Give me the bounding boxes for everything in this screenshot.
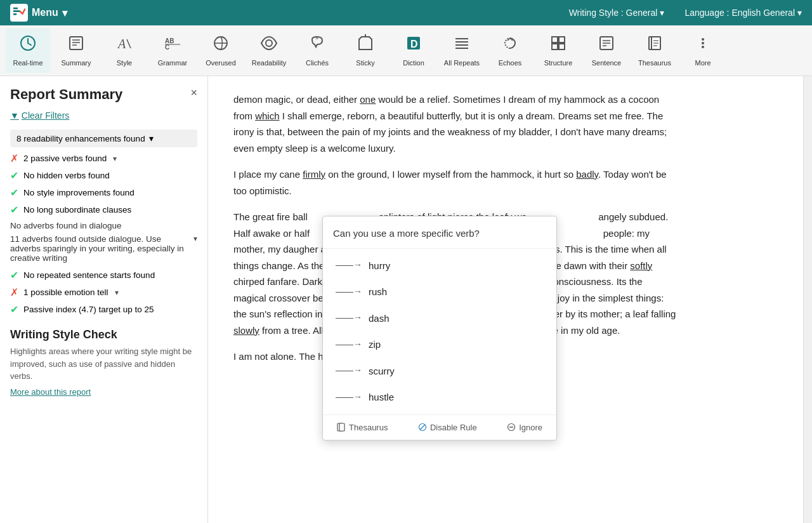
disable-rule-button[interactable]: Disable Rule [414,420,481,435]
toolbar-echoes[interactable]: Echoes [487,29,533,73]
disable-rule-icon [418,423,427,432]
adverbs-dropdown-arrow: ▾ [193,234,197,243]
passive-verbs-cross-icon: ✗ [10,152,18,164]
no-long-clauses-label: No long subordinate clauses [23,205,131,215]
suggestion-label-hustle: hustle [369,389,394,406]
toolbar-diction[interactable]: D Diction [391,29,436,73]
toolbar: Real-time Summary A Style ABC Grammar Ov… [0,25,812,76]
passive-index-row: ✔ Passive index (4.7) target up to 25 [10,301,197,318]
svg-point-37 [702,46,704,48]
thesaurus-footer-label: Thesaurus [349,423,388,432]
toolbar-allrepeats[interactable]: All Repeats [439,29,485,73]
top-nav: Menu ▾ Writing Style : General ▾ Languag… [0,0,812,25]
svg-text:A: A [117,37,126,51]
scrollbar[interactable] [803,76,812,523]
close-button[interactable]: × [190,86,197,100]
no-hidden-verbs-check-icon: ✔ [10,169,18,182]
suggestion-hustle[interactable]: ——→ hustle [323,384,556,411]
ignore-icon [507,423,516,432]
toolbar-structure-label: Structure [544,59,573,67]
emotion-tell-row: ✗ 1 possible emotion tell ▾ [10,284,197,301]
toolbar-sticky[interactable]: Sticky [343,29,388,73]
suggestion-label-dash: dash [369,310,390,327]
no-hidden-verbs-label: No hidden verbs found [23,171,110,180]
menu-label[interactable]: Menu [32,7,58,18]
nav-logo-menu[interactable]: Menu ▾ [10,4,67,22]
svg-rect-39 [339,423,344,431]
language-dropdown[interactable]: Language : English General ▾ [684,8,802,18]
toolbar-sticky-label: Sticky [356,59,374,67]
passive-verbs-row: ✗ 2 passive verbs found ▾ [10,150,197,167]
suggestion-scurry[interactable]: ——→ scurry [323,358,556,385]
toolbar-allrepeats-label: All Repeats [444,59,480,67]
svg-rect-4 [70,37,82,50]
toolbar-thesaurus[interactable]: Thesaurus [632,29,678,73]
content-area[interactable]: demon magic, or dead, either one would b… [208,76,803,523]
suggestion-rush[interactable]: ——→ rush [323,279,556,305]
toolbar-realtime[interactable]: Real-time [5,29,51,73]
toolbar-grammar[interactable]: ABC Grammar [150,29,195,73]
svg-rect-2 [13,13,17,15]
toolbar-sentence[interactable]: Sentence [584,29,629,73]
writing-style-title: Writing Style Check [10,328,197,341]
svg-point-36 [702,42,704,44]
ignore-button[interactable]: Ignore [503,420,546,435]
main-layout: Report Summary × ▼ Clear Filters 8 reada… [0,76,812,523]
arrow-icon-rush: ——→ [336,284,362,300]
toolbar-grammar-label: Grammar [158,59,187,67]
writing-style-dropdown[interactable]: Writing Style : General ▾ [569,8,665,18]
svg-rect-0 [13,8,18,10]
toolbar-readability[interactable]: Readability [246,29,292,73]
svg-rect-22 [552,37,558,43]
toolbar-style[interactable]: A Style [102,29,147,73]
word-badly: badly [576,169,598,180]
emotion-tell-arrow: ▾ [115,288,119,297]
arrow-icon-scurry: ——→ [336,363,362,378]
thesaurus-button[interactable]: Thesaurus [333,420,391,435]
readability-label: 8 readability enhancements found [16,134,145,143]
suggestion-hurry[interactable]: ——→ hurry [323,253,556,279]
popup-footer: Thesaurus Disable Rule Ignore [323,414,556,440]
more-about-link[interactable]: More about this report [10,387,91,397]
emotion-tell-cross-icon: ✗ [10,286,18,298]
svg-rect-23 [559,37,565,43]
emotion-tell-label: 1 possible emotion tell [23,288,108,297]
readability-section: 8 readability enhancements found ▾ ✗ 2 p… [10,129,197,318]
readability-header[interactable]: 8 readability enhancements found ▾ [10,129,197,147]
readability-icon [260,34,278,56]
no-long-clauses-check-icon: ✔ [10,204,18,216]
popup-header: Can you use a more specific verb? [323,216,556,249]
menu-arrow: ▾ [62,7,67,19]
svg-point-13 [266,40,272,46]
paragraph-1: demon magic, or dead, either one would b… [233,91,678,156]
overused-icon [212,34,230,56]
word-slowly: slowly [233,325,259,336]
toolbar-structure[interactable]: Structure [535,29,581,73]
sidebar: Report Summary × ▼ Clear Filters 8 reada… [0,76,208,523]
suggestion-dash[interactable]: ——→ dash [323,305,556,332]
thesaurus-footer-icon [337,423,346,432]
no-repeated-starts-check-icon: ✔ [10,269,18,281]
ignore-label: Ignore [519,423,542,432]
word-softly: softly [630,260,652,271]
toolbar-sentence-label: Sentence [592,59,621,67]
toolbar-summary[interactable]: Summary [53,29,99,73]
suggestion-popup: Can you use a more specific verb? ——→ hu… [322,216,557,440]
suggestion-zip[interactable]: ——→ zip [323,331,556,358]
toolbar-diction-label: Diction [403,59,424,67]
grammar-icon: ABC [164,34,181,56]
toolbar-cliches[interactable]: " Clichés [294,29,340,73]
readability-arrow: ▾ [149,133,154,143]
svg-rect-1 [13,10,20,12]
no-style-label: No style improvements found [23,188,134,197]
toolbar-overused[interactable]: Overused [198,29,244,73]
toolbar-more[interactable]: More [680,29,726,73]
word-one: one [360,94,376,105]
toolbar-readability-label: Readability [252,59,286,67]
adverbs-outside-row: 11 adverbs found outside dialogue. Use a… [10,232,197,267]
clear-filters-button[interactable]: ▼ Clear Filters [10,110,197,121]
svg-rect-24 [552,44,558,50]
no-hidden-verbs-row: ✔ No hidden verbs found [10,167,197,184]
no-long-clauses-row: ✔ No long subordinate clauses [10,201,197,218]
sentence-icon [598,34,615,56]
